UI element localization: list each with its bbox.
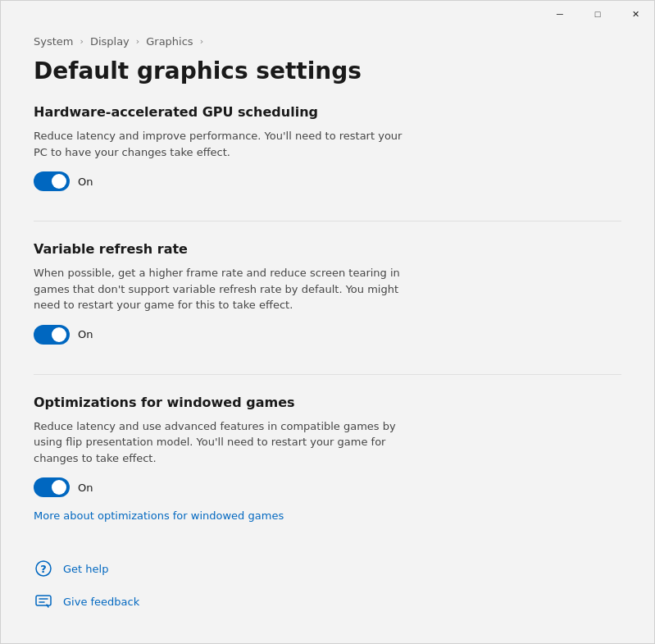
get-help-item[interactable]: ? Get help xyxy=(34,555,621,582)
help-section: ? Get help Give feedback xyxy=(34,555,621,614)
divider-1 xyxy=(34,221,621,222)
gpu-scheduling-toggle-row: On xyxy=(34,171,621,191)
breadcrumb-graphics[interactable]: Graphics xyxy=(146,35,193,48)
variable-refresh-section: Variable refresh rate When possible, get… xyxy=(34,241,621,345)
gpu-scheduling-toggle-label: On xyxy=(78,176,93,188)
toggle-track-2 xyxy=(34,325,70,345)
close-button[interactable]: ✕ xyxy=(616,1,654,27)
gpu-scheduling-toggle[interactable] xyxy=(34,171,70,191)
svg-text:?: ? xyxy=(40,563,47,575)
settings-window: ─ □ ✕ System › Display › Graphics › Defa… xyxy=(0,0,655,644)
toggle-track xyxy=(34,171,70,191)
breadcrumb-system[interactable]: System xyxy=(34,35,73,48)
toggle-track-3 xyxy=(34,477,70,497)
get-help-icon: ? xyxy=(34,559,53,578)
page-title: Default graphics settings xyxy=(34,57,621,84)
windowed-games-desc: Reduce latency and use advanced features… xyxy=(34,418,411,467)
windowed-games-title: Optimizations for windowed games xyxy=(34,395,621,410)
windowed-games-toggle-row: On xyxy=(34,477,621,497)
give-feedback-item[interactable]: Give feedback xyxy=(34,588,621,614)
get-help-label: Get help xyxy=(63,563,108,575)
variable-refresh-desc: When possible, get a higher frame rate a… xyxy=(34,265,411,313)
variable-refresh-toggle-label: On xyxy=(78,328,93,340)
gpu-scheduling-section: Hardware-accelerated GPU scheduling Redu… xyxy=(34,104,621,191)
minimize-button[interactable]: ─ xyxy=(541,1,579,27)
toggle-thumb xyxy=(52,174,66,189)
toggle-thumb-3 xyxy=(52,480,66,495)
breadcrumb-display[interactable]: Display xyxy=(90,35,130,48)
breadcrumb-sep-3: › xyxy=(200,36,203,47)
title-bar: ─ □ ✕ xyxy=(1,1,654,27)
windowed-games-section: Optimizations for windowed games Reduce … xyxy=(34,395,621,523)
maximize-button[interactable]: □ xyxy=(579,1,616,27)
give-feedback-label: Give feedback xyxy=(63,596,139,608)
variable-refresh-title: Variable refresh rate xyxy=(34,241,621,257)
gpu-scheduling-desc: Reduce latency and improve performance. … xyxy=(34,128,411,160)
svg-rect-2 xyxy=(36,596,51,605)
variable-refresh-toggle[interactable] xyxy=(34,325,70,345)
gpu-scheduling-title: Hardware-accelerated GPU scheduling xyxy=(34,104,621,120)
variable-refresh-toggle-row: On xyxy=(34,325,621,345)
give-feedback-icon xyxy=(34,591,53,611)
divider-2 xyxy=(34,374,621,375)
windowed-games-link[interactable]: More about optimizations for windowed ga… xyxy=(34,509,284,522)
windowed-games-toggle[interactable] xyxy=(34,477,70,497)
main-content: System › Display › Graphics › Default gr… xyxy=(1,27,654,643)
breadcrumb-sep-2: › xyxy=(136,36,139,47)
breadcrumb-sep-1: › xyxy=(80,36,83,47)
toggle-thumb-2 xyxy=(52,327,66,342)
breadcrumb: System › Display › Graphics › Default gr… xyxy=(34,35,621,84)
windowed-games-toggle-label: On xyxy=(78,482,93,494)
